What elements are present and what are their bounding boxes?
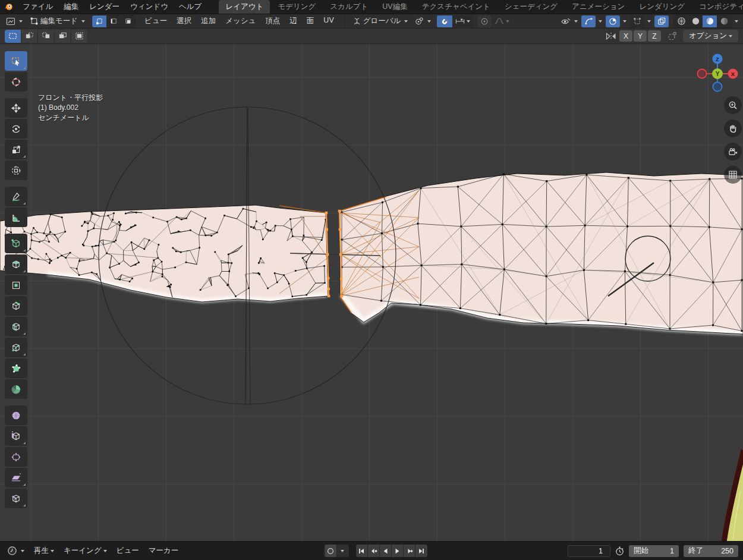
tool-spin[interactable] [5,379,27,399]
top-menu-2[interactable]: レンダー [84,1,125,13]
viewport-menu-2[interactable]: 追加 [196,15,221,27]
select-subtract-button[interactable] [38,30,55,43]
editor-type-button[interactable] [4,15,25,27]
tool-bevel[interactable] [5,296,27,316]
viewport-menu-4[interactable]: 頂点 [260,15,285,27]
viewport-menu-5[interactable]: 辺 [285,15,302,27]
top-menu-3[interactable]: ウィンドウ [125,1,174,13]
select-extend-button[interactable] [21,30,38,43]
timeline-menu-0[interactable]: 再生 [29,545,59,557]
toggle-perspective-grid-button[interactable] [724,166,742,184]
current-frame-field[interactable]: 1 [568,545,610,557]
gizmo-object-dropdown[interactable] [647,20,651,23]
select-intersect-button[interactable] [71,30,88,43]
workspace-tab-0[interactable]: レイアウト [219,0,270,14]
timeline-menu-3[interactable]: マーカー [144,545,184,557]
show-gizmo-dropdown[interactable] [599,20,602,23]
frame-end-field[interactable]: 終了 250 [684,545,738,557]
show-overlays-toggle[interactable] [606,15,620,27]
tool-shrink-fatten[interactable] [5,447,27,467]
tool-select-box[interactable] [5,51,27,71]
next-keyframe-button[interactable] [404,545,415,557]
shading-solid-button[interactable] [688,15,703,27]
shading-wireframe-button[interactable] [674,15,688,27]
axis-toggle-z[interactable]: Z [648,30,661,42]
shading-dropdown[interactable] [735,20,738,23]
auto-keying-toggle[interactable] [325,545,337,557]
snap-with-dropdown[interactable] [452,15,473,27]
select-mode-edge-button[interactable] [106,15,121,27]
timeline-editor-type-button[interactable] [5,545,27,557]
tool-measure[interactable] [5,207,27,227]
axis-toggle-x[interactable]: X [619,30,632,42]
viewport-menu-3[interactable]: メッシュ [221,15,260,27]
jump-start-button[interactable] [356,545,368,557]
select-mode-vertex-button[interactable] [92,15,106,27]
workspace-tab-1[interactable]: モデリング [271,0,322,14]
top-menu-4[interactable]: ヘルプ [174,1,207,13]
tool-transform[interactable] [5,161,27,180]
tool-shear[interactable] [5,468,27,487]
tool-rotate[interactable] [5,119,27,139]
object-visibility-dropdown[interactable] [558,16,580,27]
top-menu-1[interactable]: 編集 [58,1,84,13]
pivot-point-dropdown[interactable] [413,15,433,27]
zoom-button[interactable] [724,96,742,114]
tool-smooth[interactable] [5,405,27,425]
frame-start-field[interactable]: 開始 1 [629,545,679,557]
orientation-dropdown[interactable]: グローバル [350,15,411,27]
shading-material-preview-button[interactable] [703,15,717,27]
keying-dropdown[interactable] [341,550,344,552]
jump-end-button[interactable] [415,545,427,557]
viewport-menu-7[interactable]: UV [319,15,338,27]
mode-dropdown[interactable]: 編集モード [27,15,87,27]
tool-inset-faces[interactable] [5,275,27,295]
proportional-falloff-dropdown[interactable] [492,15,512,27]
stopwatch-icon[interactable] [615,546,624,556]
select-mode-face-button[interactable] [121,15,135,27]
tool-move[interactable] [5,98,27,118]
proportional-editing-toggle[interactable] [477,15,492,27]
options-dropdown[interactable]: オプション [683,30,738,42]
play-reverse-button[interactable] [380,545,392,557]
tool-rip-region[interactable] [5,489,27,508]
top-menu-0[interactable]: ファイル [17,1,58,13]
tool-annotate[interactable] [5,187,27,206]
viewport-menu-1[interactable]: 選択 [172,15,196,27]
workspace-tab-4[interactable]: テクスチャペイント [415,0,497,14]
axis-toggle-y[interactable]: Y [634,30,647,42]
show-gizmo-toggle[interactable] [581,15,596,27]
toggle-xray-button[interactable] [654,15,669,27]
play-button[interactable] [392,545,404,557]
workspace-tab-2[interactable]: スカルプト [323,0,374,14]
tool-extrude-region[interactable] [5,254,27,274]
select-new-button[interactable] [5,30,21,43]
viewport-3d[interactable]: フロント・平行投影 (1) Body.002 センチメートル ZXY [0,44,743,541]
pan-hand-button[interactable] [724,119,742,137]
tool-knife[interactable] [5,338,27,357]
blender-logo-icon[interactable] [4,2,14,12]
tool-loop-cut[interactable] [5,317,27,336]
timeline-menu-1[interactable]: キーイング [59,545,112,557]
workspace-tab-7[interactable]: レンダリング [632,0,691,14]
snap-toggle-button[interactable] [437,15,452,27]
viewport-menu-0[interactable]: ビュー [140,15,172,27]
camera-view-button[interactable] [724,143,742,161]
shading-rendered-button[interactable] [717,15,731,27]
tool-poly-build[interactable] [5,358,27,378]
snap-dashed-circle-icon[interactable] [668,32,677,41]
viewport-menu-6[interactable]: 面 [302,15,319,27]
workspace-tab-8[interactable]: コンポジティング [692,0,743,14]
axis-navigation-gizmo[interactable]: ZXY [694,50,741,97]
tool-scale[interactable] [5,140,27,159]
select-invert-button[interactable] [55,30,71,43]
tool-cursor[interactable] [5,72,27,92]
workspace-tab-6[interactable]: アニメーション [565,0,631,14]
workspace-tab-5[interactable]: シェーディング [498,0,564,14]
gizmo-object-toggle[interactable] [630,15,644,27]
tool-add-cube[interactable] [5,234,27,253]
viewport-canvas[interactable] [0,44,743,541]
timeline-menu-2[interactable]: ビュー [112,545,144,557]
mirror-icon[interactable] [606,32,616,41]
tool-edge-slide[interactable] [5,426,27,446]
